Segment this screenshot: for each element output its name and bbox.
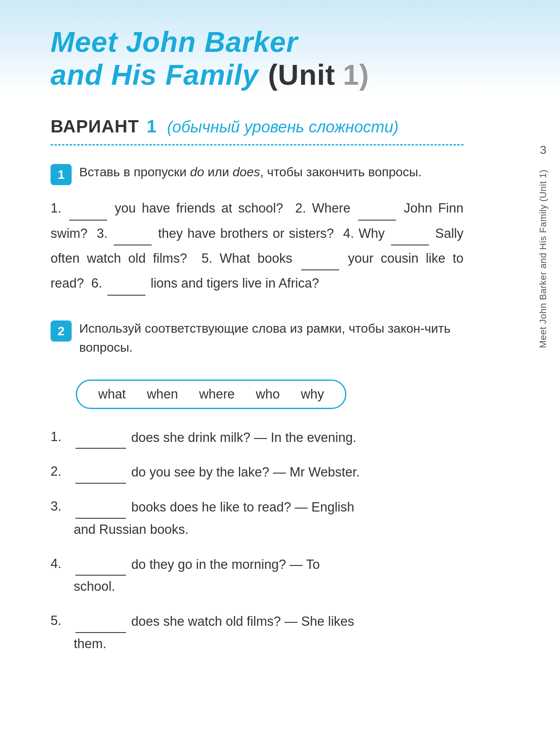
exercise-1-instruction: Вставь в пропуски do или does, чтобы зак… — [79, 162, 422, 181]
variant-label: ВАРИАНТ — [51, 116, 139, 136]
title-blue-line2: and His Family — [51, 59, 259, 91]
item-4-content: do they go in the morning? — Toschool. — [74, 553, 464, 598]
exercise-2-badge: 2 — [51, 320, 72, 342]
item-1-content: does she drink milk? — In the evening. — [74, 426, 464, 449]
title-black: (Unit — [268, 59, 335, 91]
blank-2-4 — [75, 553, 126, 576]
blank-1-4 — [391, 221, 429, 245]
list-item: 5. does she watch old films? — She likes… — [51, 610, 464, 655]
title-blue-line1: Meet John Barker — [51, 26, 298, 58]
item-2-content: do you see by the lake? — Mr Webster. — [74, 460, 464, 484]
blank-2-2 — [75, 460, 126, 484]
exercise-2-instruction: Используй соответствующие слова из рамки… — [79, 319, 464, 357]
sidebar-rotated-text: Meet John Barker and His Family (Unit 1) — [537, 170, 550, 348]
variant-header: ВАРИАНТ 1 (обычный уровень сложности) — [51, 116, 464, 137]
title-number: 1) — [343, 59, 369, 91]
word-box: what when where who why — [76, 380, 346, 409]
list-item: 3. books does he like to read? — English… — [51, 495, 464, 541]
blank-1-3 — [114, 221, 152, 245]
exercise-1-badge: 1 — [51, 164, 72, 185]
italic-do: do — [190, 165, 204, 179]
item-2-num: 2. — [51, 460, 74, 483]
list-item: 2. do you see by the lake? — Mr Webster. — [51, 460, 464, 484]
item-5-num: 5. — [51, 610, 74, 632]
italic-does: does — [233, 165, 260, 179]
exercise-1-body: 1. you have friends at school? 2. Where … — [51, 195, 464, 295]
blank-1-1 — [69, 195, 107, 220]
variant-number: 1 — [147, 116, 157, 136]
item-3-num: 3. — [51, 495, 74, 518]
word-who: who — [256, 387, 280, 402]
exercise-2-list: 1. does she drink milk? — In the evening… — [51, 426, 464, 655]
variant-subtitle: (обычный уровень сложности) — [167, 118, 399, 136]
blank-2-3 — [75, 495, 126, 519]
blank-2-1 — [75, 426, 126, 449]
page-number: 3 — [540, 143, 547, 157]
word-where: where — [199, 387, 235, 402]
word-what: what — [98, 387, 126, 402]
blank-1-5 — [301, 245, 339, 270]
item-1-num: 1. — [51, 426, 74, 448]
list-item: 4. do they go in the morning? — Toschool… — [51, 553, 464, 598]
section-divider — [51, 144, 464, 145]
item-5-content: does she watch old films? — She likesthe… — [74, 610, 464, 655]
item-3-content: books does he like to read? — Englishand… — [74, 495, 464, 541]
blank-1-2 — [358, 195, 396, 220]
title-block: Meet John Barker and His Family (Unit 1) — [51, 25, 464, 91]
right-sidebar: 3 Meet John Barker and His Family (Unit … — [526, 0, 560, 735]
exercise-1-block: 1 Вставь в пропуски do или does, чтобы з… — [51, 162, 464, 295]
blank-1-6 — [107, 270, 145, 295]
word-when: when — [147, 387, 178, 402]
item-4-num: 4. — [51, 553, 74, 575]
word-why: why — [301, 387, 324, 402]
exercise-2-block: 2 Используй соответствующие слова из рам… — [51, 319, 464, 655]
blank-2-5 — [75, 610, 126, 633]
list-item: 1. does she drink milk? — In the evening… — [51, 426, 464, 449]
